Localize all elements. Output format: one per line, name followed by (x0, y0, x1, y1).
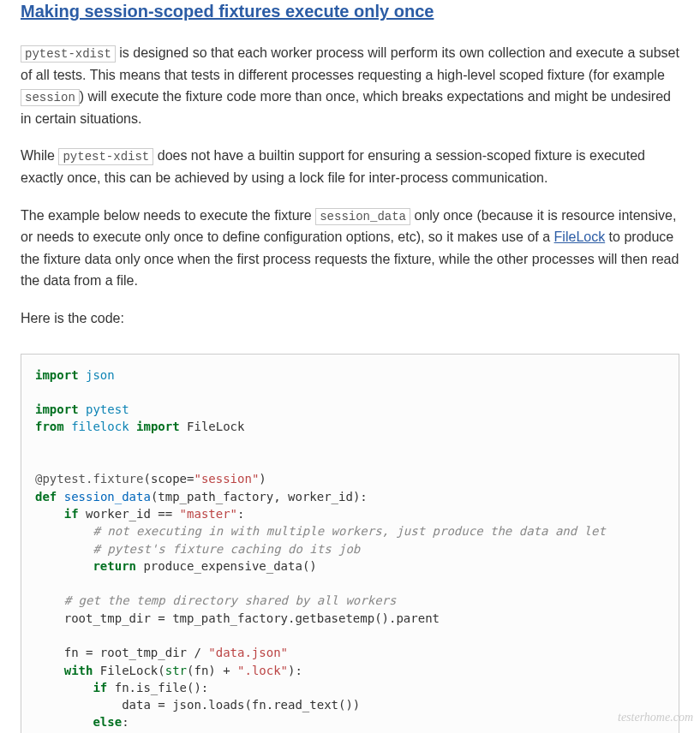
para1-t2: ) will execute the fixture code more tha… (21, 89, 671, 126)
heading-link[interactable]: Making session-scoped fixtures execute o… (21, 2, 434, 21)
fn-params: (tmp_path_factory, worker_id): (151, 490, 368, 504)
mod-filelock: filelock (71, 420, 129, 433)
kw-def: def (35, 490, 57, 504)
para2-t1: While (21, 148, 58, 163)
kw-import-3: import (136, 420, 180, 433)
call-1: produce_expensive_data() (136, 559, 317, 573)
comment-2: # pytest's fixture caching do its job (93, 542, 360, 556)
kw-if-1: if (64, 507, 79, 521)
code-pytest-xdist-2: pytest-xdist (58, 148, 153, 165)
decorator: @pytest.fixture (35, 472, 143, 486)
code-block: import json import pytest from filelock … (21, 354, 679, 733)
mod-json: json (86, 368, 115, 382)
section-heading: Making session-scoped fixtures execute o… (21, 0, 679, 21)
para3-t1: The example below needs to execute the f… (21, 208, 315, 223)
paragraph-4: Here is the code: (21, 307, 679, 330)
line-root: root_tmp_dir = tmp_path_factory.getbaset… (35, 611, 440, 625)
kw-from: from (35, 420, 64, 433)
cls-filelock: FileLock (187, 420, 244, 433)
kw-import-2: import (35, 402, 79, 416)
kw-else: else (93, 715, 122, 729)
comment-1: # not executing in with multiple workers… (93, 524, 605, 538)
kw-if-2: if (93, 681, 107, 694)
code-pytest-xdist: pytest-xdist (21, 45, 116, 63)
para1-t1: is designed so that each worker process … (21, 45, 679, 82)
paragraph-1: pytest-xdist is designed so that each wo… (21, 42, 679, 129)
str-master: "master" (180, 507, 237, 521)
comment-3: # get the temp directory shared by all w… (64, 593, 397, 607)
cond2: fn.is_file(): (107, 681, 208, 694)
with-body-c: ): (288, 664, 302, 677)
kw-return-1: return (93, 559, 136, 573)
builtin-str: str (165, 664, 187, 677)
code-content: import json import pytest from filelock … (35, 366, 665, 733)
paragraph-3: The example below needs to execute the f… (21, 205, 679, 292)
str-data-json: "data.json" (208, 646, 288, 659)
cond1: worker_id == (79, 507, 180, 521)
with-body-a: FileLock( (93, 664, 165, 677)
kw-with: with (64, 664, 93, 677)
watermark: testerhome.com (618, 711, 693, 724)
str-session: "session" (194, 472, 259, 486)
line-fn-a: fn = root_tmp_dir / (35, 646, 208, 659)
fn-name: session_data (64, 490, 151, 504)
scope-kw: scope (151, 472, 187, 486)
code-session: session (21, 89, 80, 106)
filelock-link[interactable]: FileLock (554, 229, 606, 244)
mod-pytest: pytest (86, 402, 129, 416)
with-body-b: (fn) + (187, 664, 237, 677)
kw-import: import (35, 368, 79, 382)
line-loads: data = json.loads(fn.read_text()) (35, 698, 360, 712)
code-session-data: session_data (315, 208, 410, 225)
str-lock: ".lock" (237, 664, 288, 677)
paragraph-2: While pytest-xdist does not have a built… (21, 145, 679, 188)
